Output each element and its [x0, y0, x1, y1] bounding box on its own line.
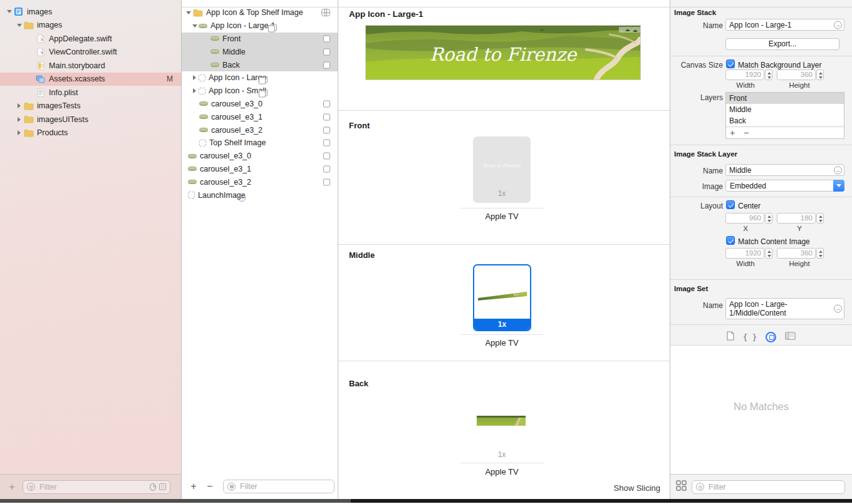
arrow-circle-icon[interactable] [834, 305, 842, 313]
disclosure-triangle-icon[interactable] [190, 75, 199, 80]
project-navigator: images images AppDelegate.swift Vie [0, 0, 182, 499]
asset-row-carousel1[interactable]: carousel_e3_1 [182, 110, 338, 123]
add-file-button[interactable]: + [9, 481, 15, 493]
image-set-name-field[interactable]: App Icon - Large-1/Middle/Content [725, 298, 844, 319]
x-stepper[interactable] [765, 213, 772, 224]
y-stepper[interactable] [816, 213, 824, 224]
nav-item-label: Main.storyboard [49, 61, 105, 70]
asset-row-folder[interactable]: App Icon & Top Shelf Image [182, 6, 338, 19]
disclosure-triangle-icon[interactable] [190, 88, 199, 93]
layer-height-stepper[interactable] [816, 248, 824, 259]
match-content-checkbox[interactable] [726, 236, 735, 245]
center-checkbox[interactable] [726, 200, 735, 209]
show-slicing-button[interactable]: Show Slicing [614, 483, 660, 493]
layer-section-label-middle: Middle [349, 250, 375, 260]
layer-height-field[interactable]: 360 [777, 248, 816, 259]
asset-row-back[interactable]: Back [182, 58, 338, 71]
layer-width-stepper[interactable] [765, 248, 772, 259]
image-stack-section-header: Image Stack [674, 9, 716, 16]
image-preview-thumbnail [210, 36, 219, 41]
add-asset-button[interactable]: + [189, 481, 198, 492]
arrow-circle-icon[interactable] [834, 21, 842, 29]
center-label: Center [738, 202, 761, 210]
recent-files-icon[interactable] [150, 483, 156, 491]
layer-width-field[interactable]: 1920 [725, 248, 764, 259]
unsaved-files-icon[interactable] [159, 483, 166, 490]
middle-image-well-selected[interactable]: 1x [473, 264, 531, 331]
file-template-library-icon[interactable] [727, 331, 734, 343]
asset-label: App Icon & Top Shelf Image [206, 8, 303, 17]
disclosure-triangle-icon[interactable] [184, 11, 192, 14]
disclosure-triangle-icon[interactable] [15, 117, 23, 122]
nav-item-storyboard[interactable]: Main.storyboard [0, 59, 181, 73]
stack-preview-image[interactable]: Road to Firenze [365, 25, 641, 80]
filter-icon [27, 483, 35, 491]
y-field[interactable]: 180 [777, 213, 816, 224]
remove-layer-button[interactable]: − [744, 128, 749, 138]
media-library-icon-selected[interactable] [766, 332, 776, 342]
layer-row-back[interactable]: Back [726, 115, 844, 126]
object-library-icon[interactable] [785, 331, 796, 342]
nav-item-imagestests[interactable]: imagesTests [0, 100, 181, 113]
stack-name-field[interactable]: App Icon - Large-1 [725, 19, 844, 31]
asset-row-appicon-large[interactable]: App Icon - Large [182, 71, 338, 85]
asset-row-middle[interactable]: Middle [182, 45, 338, 58]
canvas-width-field[interactable]: 1920 [725, 69, 764, 80]
image-source-popup[interactable]: Embedded [725, 180, 844, 192]
nav-item-assets-selected[interactable]: Assets.xcassets M [0, 73, 181, 86]
image-set-section-header: Image Set [674, 285, 708, 292]
asset-row-launchimage[interactable]: LaunchImage [182, 188, 338, 202]
match-background-label: Match Background Layer [738, 61, 821, 69]
navigator-filter-field[interactable] [23, 480, 170, 494]
canvas-height-stepper[interactable] [816, 69, 824, 80]
asset-row-carousel2[interactable]: carousel_e3_2 [182, 123, 338, 136]
layer-name-field[interactable]: Middle [725, 164, 844, 176]
asset-row-front[interactable]: Front [182, 33, 338, 46]
disclosure-triangle-icon[interactable] [15, 24, 23, 27]
disclosure-triangle-icon[interactable] [190, 24, 199, 28]
scale-badge-selected: 1x [474, 319, 530, 330]
asset-row-carousel0-top[interactable]: carousel_e3_0 [182, 150, 338, 163]
asset-row-carousel2-top[interactable]: carousel_e3_2 [182, 175, 338, 188]
export-button[interactable]: Export... [725, 38, 839, 50]
asset-filter-field[interactable] [223, 480, 335, 493]
nav-item-folder-images[interactable]: images [0, 19, 181, 33]
asset-label: Top Shelf Image [209, 138, 266, 147]
front-image-well[interactable]: Road to Firenze 1x [473, 136, 531, 203]
asset-row-carousel0[interactable]: carousel_e3_0 [182, 98, 338, 111]
canvas-width-stepper[interactable] [765, 69, 772, 80]
disclosure-triangle-icon[interactable] [5, 10, 13, 13]
disclosure-triangle-icon[interactable] [15, 130, 23, 135]
nav-item-infoplist[interactable]: Info.plist [0, 86, 181, 100]
arrow-circle-icon[interactable] [834, 166, 842, 174]
match-background-checkbox[interactable] [726, 59, 735, 68]
filter-input[interactable] [707, 482, 841, 492]
filter-input[interactable] [239, 481, 330, 491]
layer-row-middle[interactable]: Middle [726, 104, 844, 115]
canvas-height-field[interactable]: 360 [777, 69, 816, 80]
nav-item-imagesuitests[interactable]: imagesUITests [0, 113, 181, 126]
library-filter-field[interactable] [692, 480, 845, 494]
asset-label: App Icon - Small [209, 86, 266, 95]
asset-row-carousel1-top[interactable]: carousel_e3_1 [182, 163, 338, 176]
remove-asset-button[interactable]: − [205, 481, 214, 492]
stack-name-value: App Icon - Large-1 [729, 21, 791, 29]
swift-file-icon [35, 48, 46, 57]
disclosure-triangle-icon[interactable] [15, 103, 23, 108]
asset-row-appicon-small[interactable]: App Icon - Small [182, 85, 338, 98]
nav-item-project-images[interactable]: images [0, 5, 181, 19]
x-axis-label: X [727, 225, 764, 232]
grid-view-icon[interactable] [676, 480, 687, 493]
back-layer-image[interactable] [477, 416, 526, 426]
code-snippet-library-icon[interactable]: { } [743, 332, 757, 342]
filter-input[interactable] [38, 482, 147, 492]
add-layer-button[interactable]: + [730, 128, 735, 138]
x-field[interactable]: 960 [725, 213, 764, 224]
well-underline [460, 463, 544, 463]
nav-item-appdelegate[interactable]: AppDelegate.swift [0, 32, 181, 46]
nav-item-viewcontroller[interactable]: ViewController.swift [0, 46, 181, 59]
asset-row-stack[interactable]: App Icon - Large-1 [182, 19, 338, 33]
nav-item-products[interactable]: Products [0, 126, 181, 140]
asset-row-topshelf[interactable]: Top Shelf Image [182, 136, 338, 150]
layer-row-front[interactable]: Front [726, 93, 844, 104]
